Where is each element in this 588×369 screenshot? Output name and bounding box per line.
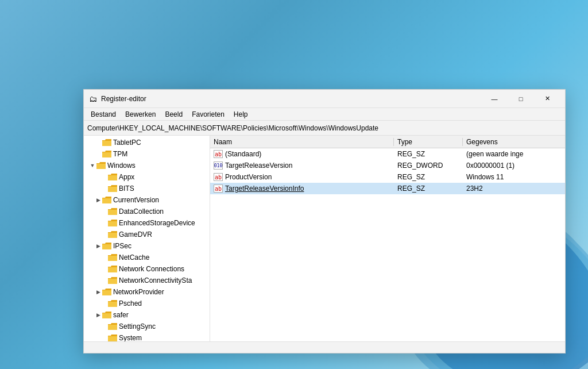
tree-label-safer: safer: [113, 311, 129, 319]
col-header-naam: Naam: [210, 138, 394, 146]
tree-item-system[interactable]: System: [84, 332, 210, 341]
folder-icon-gamedvr: [108, 231, 117, 238]
tree-label-tabletpc: TabletPC: [113, 139, 141, 147]
folder-icon-tpm: [102, 151, 111, 157]
table-header: Naam Type Gegevens: [210, 136, 565, 148]
row-gegevens-productversion: Windows 11: [463, 173, 565, 181]
minimize-button[interactable]: —: [481, 90, 508, 108]
table-row[interactable]: ab ProductVersion REG_SZ Windows 11: [210, 171, 565, 183]
tree-item-psched[interactable]: Psched: [84, 298, 210, 309]
tree-label-netcache: NetCache: [119, 253, 149, 262]
tree-label-networkconnections: Network Connections: [119, 265, 184, 273]
folder-icon-networkprovider: [102, 289, 111, 295]
folder-icon-safer: [102, 312, 111, 318]
reg-icon-targetreleaseversioninfo: ab: [214, 184, 223, 193]
table-row[interactable]: ab (Standaard) REG_SZ (geen waarde inge: [210, 148, 565, 160]
tree-item-safer[interactable]: ▶ safer: [84, 309, 210, 321]
expand-icon-safer: ▶: [94, 312, 102, 318]
table-body: ab (Standaard) REG_SZ (geen waarde inge …: [210, 148, 565, 341]
row-label-targetreleaseversioninfo: TargetReleaseVersionInfo: [225, 184, 304, 193]
tree-item-ipsec[interactable]: ▶ IPSec: [84, 240, 210, 252]
content-area: TabletPC TPM ▼ Windows: [84, 136, 565, 341]
folder-icon-enhancedstoragedevice: [108, 220, 117, 226]
title-bar-controls: — □ ✕: [481, 90, 560, 108]
tree-label-networkconnectivitysta: NetworkConnectivitySta: [119, 276, 192, 285]
tree-item-datacollection[interactable]: DataCollection: [84, 206, 210, 217]
row-label-targetreleaseversion: TargetReleaseVersion: [225, 162, 292, 170]
row-naam-targetreleaseversioninfo: ab TargetReleaseVersionInfo: [210, 184, 394, 193]
tree-label-gamedvr: GameDVR: [119, 230, 152, 239]
row-type-targetreleaseversion: REG_DWORD: [394, 162, 463, 170]
tree-label-enhancedstoragedevice: EnhancedStorageDevice: [119, 219, 195, 227]
window-title: Register-editor: [101, 95, 146, 103]
tree-item-tabletpc[interactable]: TabletPC: [84, 137, 210, 148]
folder-icon-networkconnectivitysta: [108, 277, 117, 284]
right-panel: Naam Type Gegevens ab (Standaard) REG_SZ…: [210, 136, 565, 341]
tree-item-networkconnections[interactable]: Network Connections: [84, 263, 210, 275]
menu-bewerken[interactable]: Bewerken: [121, 109, 160, 120]
tree-item-tpm[interactable]: TPM: [84, 148, 210, 160]
table-row[interactable]: ab TargetReleaseVersionInfo REG_SZ 23H2: [210, 183, 565, 194]
tree-item-networkprovider[interactable]: ▶ NetworkProvider: [84, 286, 210, 298]
row-naam-productversion: ab ProductVersion: [210, 173, 394, 181]
folder-icon-networkconnections: [108, 266, 117, 272]
tree-item-gamedvr[interactable]: GameDVR: [84, 229, 210, 240]
menu-favorieten[interactable]: Favorieten: [187, 109, 229, 120]
tree-label-system: System: [119, 334, 142, 341]
tree-item-currentversion[interactable]: ▶ CurrentVersion: [84, 194, 210, 206]
expand-icon-currentversion: ▶: [94, 197, 102, 203]
registry-editor-window: 🗂 Register-editor — □ ✕ Bestand Bewerken…: [83, 89, 566, 353]
maximize-button[interactable]: □: [508, 90, 534, 108]
folder-icon-bits: [108, 185, 117, 192]
reg-icon-productversion: ab: [214, 173, 223, 181]
address-path: Computer\HKEY_LOCAL_MACHINE\SOFTWARE\Pol…: [87, 124, 378, 132]
reg-icon-targetreleaseversion: 010: [214, 162, 223, 170]
folder-icon-currentversion: [102, 197, 111, 203]
tree-label-bits: BITS: [119, 184, 134, 193]
tree-item-appx[interactable]: Appx: [84, 171, 210, 183]
row-type-targetreleaseversioninfo: REG_SZ: [394, 184, 463, 193]
tree-item-bits[interactable]: BITS: [84, 183, 210, 194]
folder-icon-windows: [96, 162, 106, 169]
row-type-standaard: REG_SZ: [394, 150, 463, 158]
tree-label-appx: Appx: [119, 173, 134, 181]
col-header-gegevens: Gegevens: [463, 138, 565, 146]
tree-label-datacollection: DataCollection: [119, 207, 164, 216]
tree-label-tpm: TPM: [113, 150, 127, 158]
folder-icon-appx: [108, 174, 117, 180]
tree-item-windows[interactable]: ▼ Windows: [84, 160, 210, 171]
tree-label-settingsync: SettingSync: [119, 322, 156, 330]
tree-label-networkprovider: NetworkProvider: [113, 288, 164, 296]
expand-icon-networkprovider: ▶: [94, 289, 102, 295]
table-row[interactable]: 010 TargetReleaseVersion REG_DWORD 0x000…: [210, 160, 565, 171]
row-label-standaard: (Standaard): [225, 150, 261, 158]
title-bar: 🗂 Register-editor — □ ✕: [84, 90, 565, 108]
row-label-productversion: ProductVersion: [225, 173, 272, 181]
row-gegevens-targetreleaseversioninfo: 23H2: [463, 184, 565, 193]
menu-beeld[interactable]: Beeld: [160, 109, 187, 120]
row-naam-standaard: ab (Standaard): [210, 150, 394, 158]
tree-item-networkconnectivitysta[interactable]: NetworkConnectivitySta: [84, 275, 210, 286]
reg-icon-standaard: ab: [214, 150, 223, 158]
folder-icon-netcache: [108, 254, 117, 261]
tree-item-enhancedstoragedevice[interactable]: EnhancedStorageDevice: [84, 217, 210, 229]
tree-item-settingsync[interactable]: SettingSync: [84, 321, 210, 332]
folder-icon-tabletpc: [102, 139, 111, 146]
folder-icon-psched: [108, 300, 117, 307]
folder-icon-settingsync: [108, 323, 117, 330]
row-type-productversion: REG_SZ: [394, 173, 463, 181]
close-button[interactable]: ✕: [534, 90, 560, 108]
expand-icon-windows: ▼: [88, 163, 96, 168]
tree-item-netcache[interactable]: NetCache: [84, 252, 210, 263]
folder-icon-system: [108, 335, 117, 341]
tree-label-psched: Psched: [119, 299, 142, 308]
tree-label-ipsec: IPSec: [113, 242, 131, 250]
menu-help[interactable]: Help: [229, 109, 253, 120]
tree-label-currentversion: CurrentVersion: [113, 196, 159, 204]
app-icon: 🗂: [88, 94, 98, 103]
col-header-type: Type: [394, 138, 463, 146]
tree-panel[interactable]: TabletPC TPM ▼ Windows: [84, 136, 210, 341]
row-naam-targetreleaseversion: 010 TargetReleaseVersion: [210, 162, 394, 170]
folder-icon-ipsec: [102, 243, 111, 249]
menu-bestand[interactable]: Bestand: [86, 109, 121, 120]
